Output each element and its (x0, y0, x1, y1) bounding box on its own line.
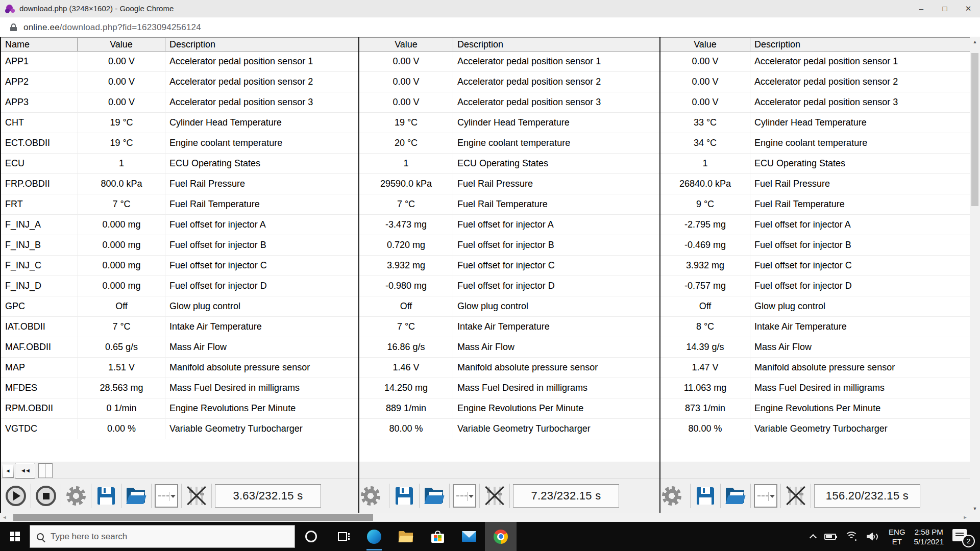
header-value[interactable]: Value (78, 38, 165, 51)
settings-button[interactable] (664, 482, 687, 510)
cortana-button[interactable] (295, 522, 327, 551)
filters-disabled-button[interactable] (483, 484, 506, 508)
table-row[interactable]: IAT.OBDII7 °CIntake Air Temperature (1, 317, 358, 337)
volume-icon[interactable] (867, 532, 880, 541)
chrome-button[interactable] (485, 522, 517, 551)
battery-icon[interactable] (824, 534, 836, 540)
table-row[interactable]: 0.00 VAccelerator pedal position sensor … (660, 52, 970, 72)
table-row[interactable]: 1.47 VManifold absolute pressure sensor (660, 358, 970, 378)
language-indicator[interactable]: ENG ET (889, 527, 905, 546)
vertical-scrollbar[interactable]: ▲ ▼ (970, 37, 980, 513)
table-row[interactable]: APP10.00 VAccelerator pedal position sen… (1, 52, 358, 72)
table-row[interactable]: 0.720 mgFuel offset for injector B (359, 235, 659, 256)
table-row[interactable]: RPM.OBDII0 1/minEngine Revolutions Per M… (1, 398, 358, 419)
start-button[interactable] (0, 522, 30, 551)
table-row[interactable]: 3.932 mgFuel offset for injector C (359, 256, 659, 276)
table-row[interactable]: 80.00 %Variable Geometry Turbocharger (660, 419, 970, 439)
table-row[interactable]: MAF.OBDII0.65 g/sMass Air Flow (1, 337, 358, 358)
table-row[interactable]: -2.795 mgFuel offset for injector A (660, 215, 970, 235)
table-row[interactable]: 0.00 VAccelerator pedal position sensor … (359, 92, 659, 113)
table-row[interactable]: 873 1/minEngine Revolutions Per Minute (660, 398, 970, 419)
table-row[interactable]: -0.757 mgFuel offset for injector D (660, 276, 970, 296)
table-row[interactable]: FRP.OBDII800.0 kPaFuel Rail Pressure (1, 174, 358, 194)
save-button[interactable] (94, 482, 118, 510)
filters-disabled-button[interactable] (185, 484, 208, 508)
table-row[interactable]: 26840.0 kPaFuel Rail Pressure (660, 174, 970, 194)
table-row[interactable]: 1ECU Operating States (359, 154, 659, 174)
edge-button[interactable] (358, 522, 390, 551)
settings-button[interactable] (362, 482, 386, 510)
tray-expand-icon[interactable] (810, 534, 817, 541)
table-row[interactable]: 1ECU Operating States (660, 154, 970, 174)
selection-dropdown[interactable] (453, 484, 476, 508)
table-row[interactable]: APP30.00 VAccelerator pedal position sen… (1, 92, 358, 113)
table-row[interactable]: 0.00 VAccelerator pedal position sensor … (359, 52, 659, 72)
table-row[interactable]: 1.46 VManifold absolute pressure sensor (359, 358, 659, 378)
table-row[interactable]: 14.250 mgMass Fuel Desired in milligrams (359, 378, 659, 398)
table-row[interactable]: -0.980 mgFuel offset for injector D (359, 276, 659, 296)
table-row[interactable]: APP20.00 VAccelerator pedal position sen… (1, 72, 358, 92)
table-row[interactable]: F_INJ_C0.000 mgFuel offset for injector … (1, 256, 358, 276)
scroll-down-arrow[interactable]: ▼ (970, 504, 980, 513)
table-row[interactable]: MAP1.51 VManifold absolute pressure sens… (1, 358, 358, 378)
table-row[interactable]: 7 °CFuel Rail Temperature (359, 194, 659, 215)
table-row[interactable]: 0.00 VAccelerator pedal position sensor … (660, 92, 970, 113)
table-row[interactable]: F_INJ_A0.000 mgFuel offset for injector … (1, 215, 358, 235)
table-row[interactable]: 16.86 g/sMass Air Flow (359, 337, 659, 358)
scroll-up-arrow[interactable]: ▲ (970, 37, 980, 46)
table-row[interactable]: 8 °CIntake Air Temperature (660, 317, 970, 337)
table-row[interactable]: 3.932 mgFuel offset for injector C (660, 256, 970, 276)
selection-dropdown[interactable] (155, 484, 178, 508)
taskbar-search-input[interactable]: Type here to search (30, 525, 295, 548)
table-row[interactable]: 0.00 VAccelerator pedal position sensor … (660, 72, 970, 92)
file-explorer-button[interactable] (390, 522, 422, 551)
table-row[interactable]: MFDES28.563 mgMass Fuel Desired in milli… (1, 378, 358, 398)
table-row[interactable]: 0.00 VAccelerator pedal position sensor … (359, 72, 659, 92)
scroll-right-arrow[interactable]: ► (961, 515, 970, 520)
minimize-button[interactable]: – (910, 0, 933, 17)
step-back-button[interactable]: ◄ (2, 464, 14, 478)
table-row[interactable]: F_INJ_D0.000 mgFuel offset for injector … (1, 276, 358, 296)
save-button[interactable] (694, 482, 717, 510)
header-value[interactable]: Value (359, 38, 453, 51)
timeline-slider-thumb[interactable] (38, 463, 53, 478)
settings-button[interactable] (64, 482, 88, 510)
header-value[interactable]: Value (660, 38, 750, 51)
table-row[interactable]: OffGlow plug control (660, 296, 970, 317)
table-row[interactable]: VGTDC0.00 %Variable Geometry Turbocharge… (1, 419, 358, 439)
store-button[interactable] (422, 522, 453, 551)
table-row[interactable]: 34 °CEngine coolant temperature (660, 133, 970, 154)
open-file-button[interactable] (423, 482, 446, 510)
address-bar[interactable]: online.ee/download.php?fid=1623094256124 (0, 18, 980, 37)
page-url[interactable]: online.ee/download.php?fid=1623094256124 (23, 22, 201, 33)
header-description[interactable]: Description (165, 38, 358, 51)
table-row[interactable]: OffGlow plug control (359, 296, 659, 317)
horizontal-scrollbar[interactable]: ◄ ► (0, 513, 970, 522)
table-row[interactable]: 11.063 mgMass Fuel Desired in milligrams (660, 378, 970, 398)
header-description[interactable]: Description (453, 38, 659, 51)
open-file-button[interactable] (724, 482, 747, 510)
rewind-button[interactable]: ◄◄ (15, 463, 35, 479)
dropdown-arrow[interactable] (768, 492, 776, 501)
table-row[interactable]: CHT19 °CCylinder Head Temperature (1, 113, 358, 133)
table-row[interactable]: FRT7 °CFuel Rail Temperature (1, 194, 358, 215)
header-name[interactable]: Name (1, 38, 78, 51)
header-description[interactable]: Description (750, 38, 970, 51)
open-file-button[interactable] (125, 482, 148, 510)
table-row[interactable]: 7 °CIntake Air Temperature (359, 317, 659, 337)
mail-button[interactable] (453, 522, 485, 551)
table-row[interactable]: -0.469 mgFuel offset for injector B (660, 235, 970, 256)
vertical-scrollbar-thumb[interactable] (971, 53, 978, 206)
table-row[interactable]: F_INJ_B0.000 mgFuel offset for injector … (1, 235, 358, 256)
table-row[interactable]: 14.39 g/sMass Air Flow (660, 337, 970, 358)
table-row[interactable]: 80.00 %Variable Geometry Turbocharger (359, 419, 659, 439)
dropdown-arrow[interactable] (169, 492, 177, 501)
dropdown-arrow[interactable] (467, 492, 475, 501)
close-button[interactable]: ✕ (957, 0, 980, 17)
filters-disabled-button[interactable] (784, 484, 807, 508)
scroll-left-arrow[interactable]: ◄ (0, 515, 9, 520)
table-row[interactable]: 9 °CFuel Rail Temperature (660, 194, 970, 215)
clock[interactable]: 2:58 PM 5/1/2021 (914, 527, 944, 546)
table-row[interactable]: 20 °CEngine coolant temperature (359, 133, 659, 154)
save-button[interactable] (393, 482, 416, 510)
